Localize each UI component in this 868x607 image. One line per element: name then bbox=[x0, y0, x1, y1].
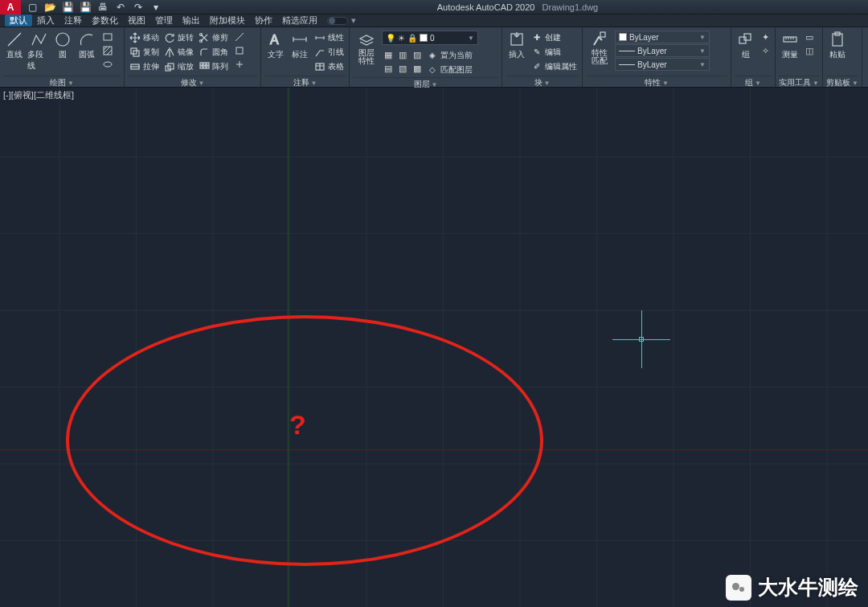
panel-annot-title: 注释 bbox=[293, 78, 309, 87]
line-button[interactable]: 直线 bbox=[3, 29, 26, 60]
linetype-dropdown[interactable]: ByLayer ▼ bbox=[615, 58, 710, 71]
color-dropdown[interactable]: ByLayer ▼ bbox=[615, 31, 710, 43]
move-button[interactable]: 移动 bbox=[128, 31, 161, 44]
insertblock-button[interactable]: 插入 bbox=[506, 29, 528, 60]
linear-button[interactable]: 线性 bbox=[313, 31, 346, 44]
layerprops-button[interactable]: 图层 特性 bbox=[353, 29, 380, 65]
tab-switch[interactable] bbox=[327, 17, 348, 25]
tab-parametric[interactable]: 参数化 bbox=[87, 14, 123, 27]
layer-tool2-icon[interactable]: ▤ bbox=[382, 62, 395, 75]
group-icon bbox=[737, 31, 755, 48]
tab-menu-icon[interactable]: ▾ bbox=[351, 15, 356, 26]
mirror-icon bbox=[164, 47, 175, 58]
tab-insert[interactable]: 插入 bbox=[32, 14, 59, 27]
arc-button[interactable]: 圆弧 bbox=[76, 29, 98, 60]
layer-tool4-icon[interactable]: ▧ bbox=[396, 62, 409, 75]
layer-tool5-icon[interactable]: ▨ bbox=[411, 48, 424, 61]
document-name: Drawing1.dwg bbox=[542, 2, 599, 12]
util-extra2[interactable]: ◫ bbox=[803, 44, 816, 57]
tab-featured[interactable]: 精选应用 bbox=[277, 14, 322, 27]
match-label: 特性 匹配 bbox=[592, 49, 608, 65]
redo-icon[interactable]: ↷ bbox=[132, 1, 145, 14]
ribbon: 直线 多段线 圆 圆弧 绘图▼ 移动 bbox=[0, 27, 868, 88]
create-button[interactable]: ✚创建 bbox=[530, 31, 579, 44]
ellipse-icon[interactable] bbox=[101, 58, 114, 71]
lineweight-dropdown[interactable]: ByLayer ▼ bbox=[615, 44, 710, 57]
svg-rect-12 bbox=[203, 63, 206, 65]
plot-icon[interactable]: 🖶 bbox=[96, 1, 109, 14]
polyline-button[interactable]: 多段线 bbox=[27, 29, 50, 72]
leader-button[interactable]: 引线 bbox=[313, 45, 346, 59]
group-button[interactable]: 组 bbox=[735, 29, 757, 60]
circle-icon bbox=[54, 31, 72, 48]
edit-icon: ✎ bbox=[531, 47, 542, 58]
stretch-button[interactable]: 拉伸 bbox=[128, 59, 161, 73]
layer-dropdown[interactable]: 💡 ☀ 🔒 0 ▼ bbox=[382, 31, 478, 45]
qat-more-icon[interactable]: ▾ bbox=[149, 1, 162, 14]
layer-tool6-icon[interactable]: ▩ bbox=[411, 62, 424, 75]
drawing-area[interactable]: [-][俯视][二维线框] ? 大水牛测绘 bbox=[0, 88, 868, 607]
panel-clip-title: 剪贴板 bbox=[826, 78, 850, 87]
layer-tool3-icon[interactable]: ▥ bbox=[396, 48, 409, 61]
move-icon bbox=[129, 32, 141, 43]
panel-props: 特性 匹配 ByLayer ▼ ByLayer ▼ ByLayer ▼ bbox=[583, 27, 731, 87]
tab-default[interactable]: 默认 bbox=[5, 14, 32, 27]
app-logo[interactable]: A bbox=[0, 0, 21, 14]
fillet-button[interactable]: 圆角 bbox=[197, 45, 230, 59]
insert-icon bbox=[508, 31, 526, 48]
panel-clip: 粘贴 剪贴板▼ bbox=[823, 27, 862, 87]
svg-rect-16 bbox=[207, 66, 209, 68]
scale-button[interactable]: 缩放 bbox=[162, 59, 195, 73]
ucs-x-axis bbox=[0, 449, 868, 450]
dim-button[interactable]: 标注 bbox=[289, 29, 311, 60]
tab-manage[interactable]: 管理 bbox=[150, 14, 178, 27]
hatch-icon[interactable] bbox=[101, 44, 114, 57]
table-button[interactable]: 表格 bbox=[313, 59, 346, 73]
bulb-icon: 💡 bbox=[386, 34, 395, 43]
text-button[interactable]: A 文字 bbox=[264, 29, 287, 60]
paste-button[interactable]: 粘贴 bbox=[826, 29, 849, 60]
tab-collab[interactable]: 协作 bbox=[250, 14, 277, 27]
edit-button[interactable]: ✎编辑 bbox=[530, 45, 579, 59]
modify-extra3-icon[interactable] bbox=[233, 58, 246, 71]
undo-icon[interactable]: ↶ bbox=[114, 1, 127, 14]
circle-button[interactable]: 圆 bbox=[51, 29, 74, 60]
svg-rect-1 bbox=[104, 34, 112, 40]
matchprops-button[interactable]: 特性 匹配 bbox=[586, 29, 613, 65]
laymatch-button[interactable]: ◇匹配图层 bbox=[425, 63, 474, 76]
array-button[interactable]: 阵列 bbox=[197, 59, 230, 73]
modify-extra1-icon[interactable] bbox=[233, 31, 246, 43]
layer-tool1-icon[interactable]: ▦ bbox=[382, 48, 395, 61]
new-icon[interactable]: ▢ bbox=[26, 1, 39, 14]
tab-output[interactable]: 输出 bbox=[178, 14, 205, 27]
lock-icon: 🔒 bbox=[407, 34, 417, 43]
viewport-label[interactable]: [-][俯视][二维线框] bbox=[3, 89, 74, 101]
leader-icon bbox=[314, 47, 326, 58]
mirror-button[interactable]: 镜像 bbox=[162, 45, 195, 59]
dim-icon bbox=[291, 31, 309, 48]
match-icon bbox=[591, 31, 608, 48]
rect-icon[interactable] bbox=[101, 31, 114, 43]
editattr-button[interactable]: ✐编辑属性 bbox=[530, 59, 579, 73]
quick-access-toolbar: ▢ 📂 💾 💾 🖶 ↶ ↷ ▾ bbox=[21, 1, 167, 14]
tab-view[interactable]: 视图 bbox=[123, 14, 150, 27]
trim-button[interactable]: 修剪 bbox=[197, 31, 230, 44]
tab-addins[interactable]: 附加模块 bbox=[205, 14, 250, 27]
saveas-icon[interactable]: 💾 bbox=[79, 1, 92, 14]
linetype-preview bbox=[619, 64, 635, 65]
measure-button[interactable]: 测量 bbox=[779, 29, 801, 60]
copy-button[interactable]: 复制 bbox=[128, 45, 161, 59]
tab-annotate[interactable]: 注释 bbox=[59, 14, 87, 27]
laycur-button[interactable]: ◈置为当前 bbox=[425, 48, 474, 62]
panel-utils-title: 实用工具 bbox=[779, 78, 811, 87]
rotate-button[interactable]: 旋转 bbox=[162, 31, 195, 44]
group-extra2[interactable]: ✧ bbox=[759, 44, 772, 57]
save-icon[interactable]: 💾 bbox=[61, 1, 74, 14]
util-extra1[interactable]: ▭ bbox=[803, 31, 816, 43]
modify-extra2-icon[interactable] bbox=[233, 44, 246, 57]
svg-rect-21 bbox=[600, 32, 605, 37]
group-extra1[interactable]: ✦ bbox=[759, 31, 772, 43]
paste-icon bbox=[829, 31, 846, 48]
sun-icon: ☀ bbox=[398, 34, 405, 43]
open-icon[interactable]: 📂 bbox=[43, 1, 56, 14]
